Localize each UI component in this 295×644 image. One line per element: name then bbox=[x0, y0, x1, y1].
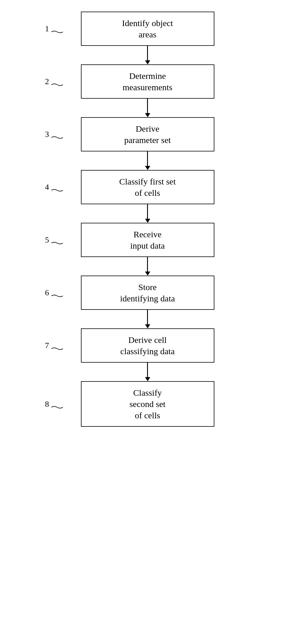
step-8-wrapper: 8 Classifysecond setof cells bbox=[0, 381, 295, 427]
step-6-box: Storeidentifying data bbox=[81, 276, 214, 310]
flowchart: 1 Identify objectareas 2 bbox=[0, 0, 295, 644]
step-3-box: Deriveparameter set bbox=[81, 117, 214, 151]
step-3-wrapper: 3 Deriveparameter set bbox=[0, 117, 295, 170]
step-7-row: 7 Derive cellclassifying data bbox=[0, 328, 295, 363]
step-1-squiggle bbox=[51, 27, 63, 32]
step-1-row: 1 Identify objectareas bbox=[0, 12, 295, 46]
step-5-label: 5 bbox=[45, 235, 63, 245]
step-4-wrapper: 4 Classify first setof cells bbox=[0, 170, 295, 223]
step-7-box: Derive cellclassifying data bbox=[81, 328, 214, 363]
step-6-row: 6 Storeidentifying data bbox=[0, 276, 295, 310]
arrow-4-head bbox=[145, 219, 150, 223]
step-2-box: Determinemeasurements bbox=[81, 64, 214, 99]
step-7-wrapper: 7 Derive cellclassifying data bbox=[0, 328, 295, 381]
step-6-squiggle bbox=[51, 291, 63, 296]
step-2-number: 2 bbox=[45, 77, 49, 86]
step-5-wrapper: 5 Receiveinput data bbox=[0, 223, 295, 276]
arrow-7-head bbox=[145, 377, 150, 381]
step-2-wrapper: 2 Determinemeasurements bbox=[0, 64, 295, 117]
arrow-3-shaft bbox=[147, 151, 148, 166]
arrow-3-head bbox=[145, 166, 150, 170]
arrow-6-shaft bbox=[147, 310, 148, 324]
arrow-1-head bbox=[145, 60, 150, 64]
arrow-4 bbox=[145, 204, 150, 223]
step-8-number: 8 bbox=[45, 399, 49, 409]
step-3-number: 3 bbox=[45, 130, 49, 139]
step-3-row: 3 Deriveparameter set bbox=[0, 117, 295, 151]
step-4-squiggle bbox=[51, 185, 63, 190]
step-8-squiggle bbox=[51, 402, 63, 407]
step-4-text: Classify first setof cells bbox=[119, 176, 176, 198]
arrow-7 bbox=[145, 363, 150, 381]
step-7-text: Derive cellclassifying data bbox=[120, 334, 175, 357]
step-5-number: 5 bbox=[45, 235, 49, 245]
step-1-wrapper: 1 Identify objectareas bbox=[0, 12, 295, 64]
step-6-text: Storeidentifying data bbox=[120, 281, 175, 304]
step-8-label: 8 bbox=[45, 399, 63, 409]
step-5-box: Receiveinput data bbox=[81, 223, 214, 257]
step-7-squiggle bbox=[51, 344, 63, 348]
step-3-label: 3 bbox=[45, 130, 63, 139]
step-4-label: 4 bbox=[45, 182, 63, 192]
arrow-3 bbox=[145, 151, 150, 170]
step-8-text: Classifysecond setof cells bbox=[129, 387, 165, 421]
step-3-text: Deriveparameter set bbox=[124, 123, 171, 146]
arrow-5-shaft bbox=[147, 257, 148, 272]
step-7-label: 7 bbox=[45, 341, 63, 350]
arrow-4-shaft bbox=[147, 204, 148, 219]
step-6-label: 6 bbox=[45, 288, 63, 297]
step-6-number: 6 bbox=[45, 288, 49, 297]
step-2-label: 2 bbox=[45, 77, 63, 86]
step-2-text: Determinemeasurements bbox=[123, 70, 173, 93]
step-4-box: Classify first setof cells bbox=[81, 170, 214, 204]
step-1-number: 1 bbox=[45, 24, 49, 33]
arrow-1 bbox=[145, 46, 150, 64]
arrow-6 bbox=[145, 310, 150, 328]
arrow-1-shaft bbox=[147, 46, 148, 60]
step-2-row: 2 Determinemeasurements bbox=[0, 64, 295, 99]
step-3-squiggle bbox=[51, 133, 63, 137]
arrow-7-shaft bbox=[147, 363, 148, 377]
step-2-squiggle bbox=[51, 80, 63, 84]
step-6-wrapper: 6 Storeidentifying data bbox=[0, 276, 295, 328]
step-1-text: Identify objectareas bbox=[122, 17, 173, 40]
step-4-number: 4 bbox=[45, 182, 49, 192]
arrow-5-head bbox=[145, 272, 150, 276]
arrow-2-head bbox=[145, 113, 150, 117]
step-1-box: Identify objectareas bbox=[81, 12, 214, 46]
step-8-row: 8 Classifysecond setof cells bbox=[0, 381, 295, 427]
step-5-row: 5 Receiveinput data bbox=[0, 223, 295, 257]
step-1-label: 1 bbox=[45, 24, 63, 33]
step-5-text: Receiveinput data bbox=[130, 229, 165, 251]
arrow-2-shaft bbox=[147, 99, 148, 113]
step-8-box: Classifysecond setof cells bbox=[81, 381, 214, 427]
arrow-6-head bbox=[145, 324, 150, 328]
arrow-5 bbox=[145, 257, 150, 276]
step-5-squiggle bbox=[51, 238, 63, 243]
arrow-2 bbox=[145, 99, 150, 117]
step-4-row: 4 Classify first setof cells bbox=[0, 170, 295, 204]
step-7-number: 7 bbox=[45, 341, 49, 350]
